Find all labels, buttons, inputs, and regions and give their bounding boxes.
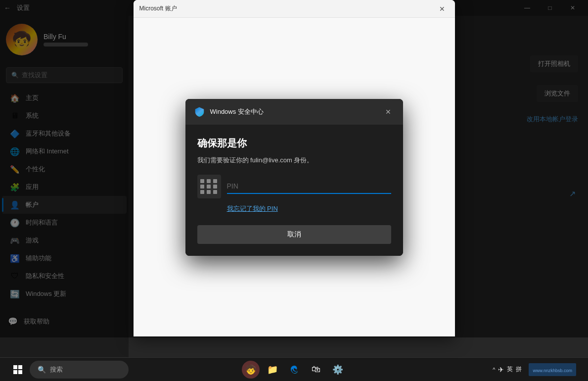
security-close-button[interactable]: ✕ (381, 105, 395, 119)
security-content: 确保那是你 我们需要验证你的 fulin@live.com 身份。 (185, 125, 403, 256)
security-dialog: Windows 安全中心 ✕ 确保那是你 我们需要验证你的 fulin@live… (185, 99, 403, 256)
ms-account-title: Microsoft 账户 (139, 4, 177, 13)
security-title-text: Windows 安全中心 (210, 107, 264, 116)
taskbar-edge-icon[interactable] (285, 361, 303, 379)
taskbar-avatar-icon[interactable]: 🧒 (242, 361, 260, 379)
watermark: www.nnzkhbsb.com (529, 363, 576, 376)
numpad-dot-1 (200, 179, 204, 183)
numpad-grid (197, 176, 221, 197)
security-titlebar: Windows 安全中心 ✕ (185, 99, 403, 125)
svg-rect-1 (18, 365, 22, 369)
cancel-button[interactable]: 取消 (197, 225, 391, 244)
search-bar-label: 搜索 (50, 365, 63, 374)
numpad-dot-8 (207, 190, 211, 194)
search-magnifier-icon: 🔍 (38, 366, 46, 374)
shield-icon (193, 106, 205, 118)
numpad-dot-7 (200, 190, 204, 194)
pin-input-row (197, 175, 391, 198)
ms-account-dialog: Microsoft 账户 ✕ (134, 0, 455, 336)
security-subtitle: 我们需要验证你的 fulin@live.com 身份。 (197, 156, 391, 165)
ms-account-titlebar: Microsoft 账户 ✕ (134, 0, 455, 18)
numpad-icon (197, 175, 221, 198)
numpad-dot-6 (213, 185, 217, 189)
lang-cn-indicator: 拼 (516, 365, 522, 374)
taskbar-file-explorer-icon[interactable]: 📁 (264, 361, 281, 379)
forgot-pin-link[interactable]: 我忘记了我的 PIN (227, 204, 391, 213)
svg-rect-0 (13, 365, 17, 369)
pin-input[interactable] (227, 179, 391, 194)
security-title-left: Windows 安全中心 (193, 106, 264, 118)
lang-en-indicator: 英 (507, 365, 513, 374)
system-tray: ^ ✈ 英 拼 www.nnzkhbsb.com (493, 363, 580, 376)
start-button[interactable] (8, 360, 28, 380)
ms-account-close-button[interactable]: ✕ (435, 2, 449, 16)
tray-send-icon: ✈ (498, 366, 504, 374)
svg-rect-2 (13, 370, 17, 374)
settings-window: ← 设置 — □ ✕ 🧒 Billy Fu (0, 0, 588, 361)
watermark-text: www.nnzkhbsb.com (533, 368, 572, 373)
numpad-dot-4 (200, 185, 204, 189)
dialog-overlay: Microsoft 账户 ✕ (0, 0, 588, 337)
numpad-dot-3 (213, 179, 217, 183)
tray-chevron[interactable]: ^ (493, 367, 495, 373)
security-heading: 确保那是你 (197, 137, 391, 150)
numpad-dot-2 (207, 179, 211, 183)
taskbar: 🔍 搜索 🧒 📁 🛍 ⚙️ ^ ✈ 英 拼 www.nnzkhbsb.com (0, 357, 588, 381)
numpad-dot-5 (207, 185, 211, 189)
numpad-dot-9 (213, 190, 217, 194)
taskbar-settings-icon[interactable]: ⚙️ (329, 361, 347, 379)
svg-rect-3 (18, 370, 22, 374)
search-bar[interactable]: 🔍 搜索 (30, 361, 129, 379)
taskbar-store-icon[interactable]: 🛍 (307, 361, 325, 379)
taskbar-center-icons: 🧒 📁 🛍 ⚙️ (242, 361, 347, 379)
